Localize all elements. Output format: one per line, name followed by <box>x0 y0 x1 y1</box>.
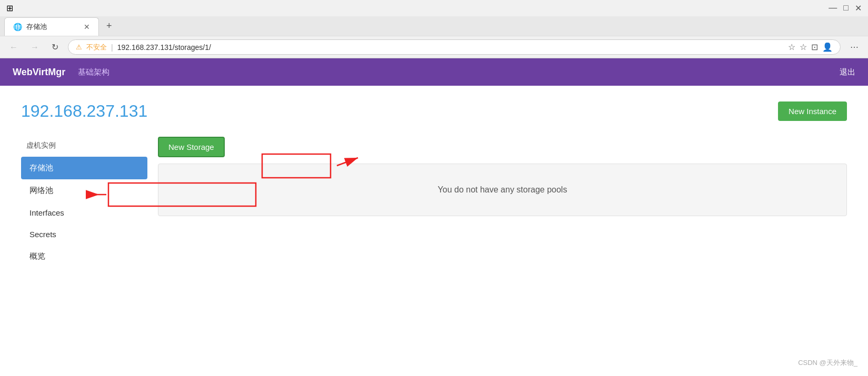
window-icon: ⊞ <box>6 3 13 13</box>
sidebar-section-label: 虚机实例 <box>21 137 147 155</box>
maximize-button[interactable]: □ <box>843 3 849 13</box>
watermark: CSDN @天外来物_ <box>798 358 857 368</box>
sidebar-item-overview[interactable]: 概览 <box>21 245 147 268</box>
address-bar: ← → ↻ ⚠ 不安全 | 192.168.237.131/storages/1… <box>0 36 868 58</box>
forward-button[interactable]: → <box>27 40 42 54</box>
new-instance-button[interactable]: New Instance <box>778 101 847 121</box>
new-storage-button[interactable]: New Storage <box>158 137 225 157</box>
extensions-icon[interactable]: ⊡ <box>811 42 818 52</box>
bookmark-star-icon[interactable]: ☆ <box>788 42 795 52</box>
profile-icon[interactable]: 👤 <box>822 42 833 52</box>
page-header: 192.168.237.131 New Instance <box>21 101 847 121</box>
address-input[interactable]: ⚠ 不安全 | 192.168.237.131/storages/1/ ☆ ☆ … <box>68 39 841 55</box>
url-text: 192.168.237.131/storages/1/ <box>117 43 784 52</box>
nav-brand: WebVirtMgr <box>13 67 65 78</box>
top-nav: WebVirtMgr 基础架构 退出 <box>0 58 868 86</box>
sidebar-item-interfaces[interactable]: Interfaces <box>21 202 147 223</box>
sidebar: 虚机实例 存储池 网络池 Interfaces Secrets 概览 <box>21 137 147 268</box>
sidebar-item-storage-pool[interactable]: 存储池 <box>21 157 147 179</box>
refresh-button[interactable]: ↻ <box>48 40 62 54</box>
tab-bar: 🌐 存储池 ✕ + <box>0 16 868 36</box>
title-bar-left: ⊞ <box>6 3 13 13</box>
browser-chrome: ⊞ — □ ✕ 🌐 存储池 ✕ + ← → ↻ ⚠ 不安全 | 192.168.… <box>0 0 868 58</box>
security-icon: ⚠ <box>76 43 82 51</box>
empty-message: You do not have any storage pools <box>438 185 567 194</box>
tab-favicon: 🌐 <box>13 23 22 31</box>
content-layout: 虚机实例 存储池 网络池 Interfaces Secrets 概览 New S… <box>21 137 847 268</box>
active-tab[interactable]: 🌐 存储池 ✕ <box>4 17 99 36</box>
more-options-button[interactable]: ⋯ <box>847 40 862 54</box>
window-controls[interactable]: — □ ✕ <box>829 3 862 13</box>
sidebar-item-secrets[interactable]: Secrets <box>21 223 147 245</box>
panel-header: New Storage <box>158 137 847 157</box>
tab-title: 存储池 <box>26 22 47 32</box>
app: WebVirtMgr 基础架构 退出 192.168.237.131 New I… <box>0 58 868 376</box>
title-bar: ⊞ — □ ✕ <box>0 0 868 16</box>
minimize-button[interactable]: — <box>829 3 837 13</box>
right-panel: New Storage You do not have any storage … <box>147 137 847 268</box>
security-label: 不安全 <box>86 43 107 52</box>
new-tab-button[interactable]: + <box>99 16 119 36</box>
close-button[interactable]: ✕ <box>855 3 862 13</box>
sidebar-item-network-pool[interactable]: 网络池 <box>21 179 147 202</box>
nav-infra-link[interactable]: 基础架构 <box>78 67 109 77</box>
address-actions: ☆ ☆ ⊡ 👤 <box>788 42 833 52</box>
nav-logout-button[interactable]: 退出 <box>840 67 855 77</box>
back-button[interactable]: ← <box>6 40 21 54</box>
page-title: 192.168.237.131 <box>21 101 147 121</box>
bookmark-list-icon[interactable]: ☆ <box>800 42 807 52</box>
empty-storage-panel: You do not have any storage pools <box>158 164 847 216</box>
nav-left: WebVirtMgr 基础架构 <box>13 67 109 78</box>
address-separator: | <box>111 43 113 52</box>
tab-close-button[interactable]: ✕ <box>84 23 90 31</box>
main-content: 192.168.237.131 New Instance 虚机实例 存储池 网络… <box>0 86 868 376</box>
